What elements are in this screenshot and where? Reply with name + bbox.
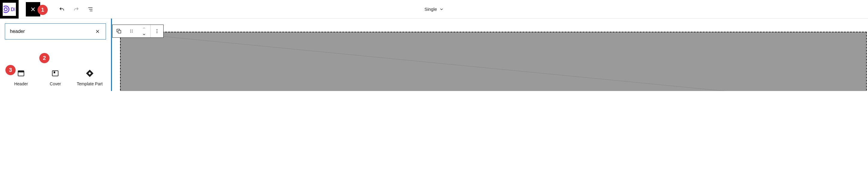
- block-toolbar: [112, 25, 163, 38]
- step-badge-1: 1: [37, 5, 48, 15]
- drag-handle-icon: [129, 29, 134, 34]
- document-overview-button[interactable]: [85, 4, 96, 15]
- chevron-up-icon: [142, 26, 146, 30]
- svg-rect-6: [54, 72, 55, 74]
- chevron-down-icon: [142, 33, 146, 36]
- more-vertical-icon: [154, 29, 160, 34]
- svg-point-16: [132, 32, 133, 33]
- site-logo: DI: [3, 3, 16, 16]
- block-result-label: Cover: [50, 81, 61, 86]
- close-icon: [30, 6, 36, 12]
- header-block-icon: [17, 70, 25, 77]
- block-result-label: Header: [14, 81, 28, 86]
- move-down-button[interactable]: [138, 31, 150, 37]
- svg-point-17: [157, 29, 158, 30]
- list-view-icon: [87, 6, 94, 12]
- editor-canvas[interactable]: [111, 18, 868, 91]
- placeholder-diagonal: [121, 32, 866, 91]
- drag-handle-button[interactable]: [125, 25, 138, 37]
- redo-button[interactable]: [71, 4, 82, 15]
- block-result-template-part[interactable]: Template Part: [73, 68, 106, 86]
- svg-point-19: [157, 32, 158, 33]
- svg-line-20: [121, 32, 866, 91]
- cover-block-icon: [51, 70, 59, 77]
- clear-search-button[interactable]: [92, 26, 103, 37]
- svg-rect-10: [118, 31, 121, 33]
- block-search-input[interactable]: [5, 23, 106, 40]
- svg-text:DI: DI: [11, 7, 15, 12]
- svg-point-1: [4, 8, 7, 11]
- block-type-button[interactable]: [113, 25, 125, 37]
- block-result-label: Template Part: [77, 81, 103, 86]
- block-options-button[interactable]: [151, 25, 163, 37]
- svg-point-12: [132, 30, 133, 30]
- svg-rect-4: [18, 71, 24, 72]
- editor-topbar: DI 1 Single: [0, 0, 868, 18]
- template-part-block-icon: [86, 70, 94, 77]
- redo-icon: [73, 6, 80, 12]
- template-name-label: Single: [424, 7, 437, 12]
- svg-point-18: [157, 31, 158, 32]
- close-icon: [95, 29, 100, 34]
- block-result-cover[interactable]: Cover: [39, 68, 71, 86]
- selected-block-placeholder[interactable]: [120, 32, 867, 91]
- block-type-icon: [116, 28, 122, 34]
- step-badge-3: 3: [5, 65, 16, 75]
- site-logo-button[interactable]: DI: [0, 0, 19, 18]
- undo-button[interactable]: [56, 4, 67, 15]
- block-inserter-panel: 2 Header Cover Template Part 3: [0, 18, 111, 91]
- step-badge-2: 2: [39, 53, 50, 63]
- template-switcher[interactable]: Single: [424, 7, 444, 12]
- svg-point-13: [130, 31, 131, 31]
- svg-point-15: [130, 32, 131, 33]
- svg-point-14: [132, 31, 133, 31]
- chevron-down-icon: [439, 7, 444, 11]
- undo-icon: [59, 6, 65, 12]
- svg-point-11: [130, 30, 131, 30]
- move-up-button[interactable]: [138, 25, 150, 31]
